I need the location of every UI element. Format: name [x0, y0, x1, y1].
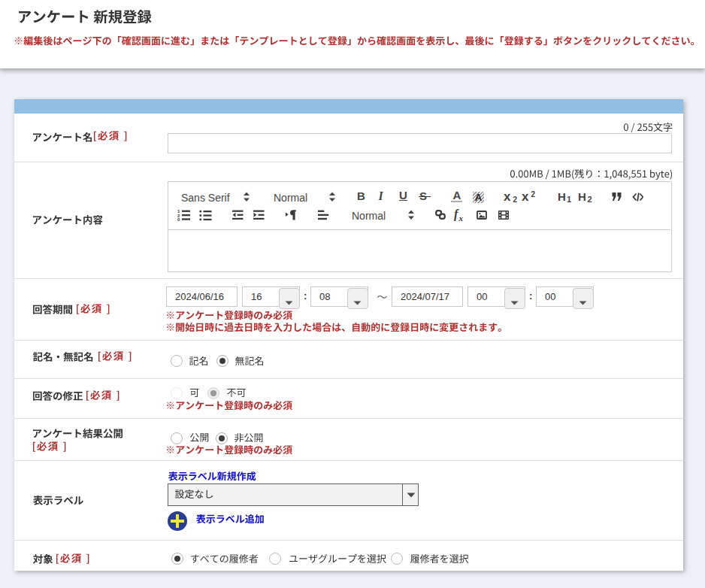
svg-text:0: 0	[177, 217, 180, 222]
svg-text:A: A	[475, 192, 483, 203]
